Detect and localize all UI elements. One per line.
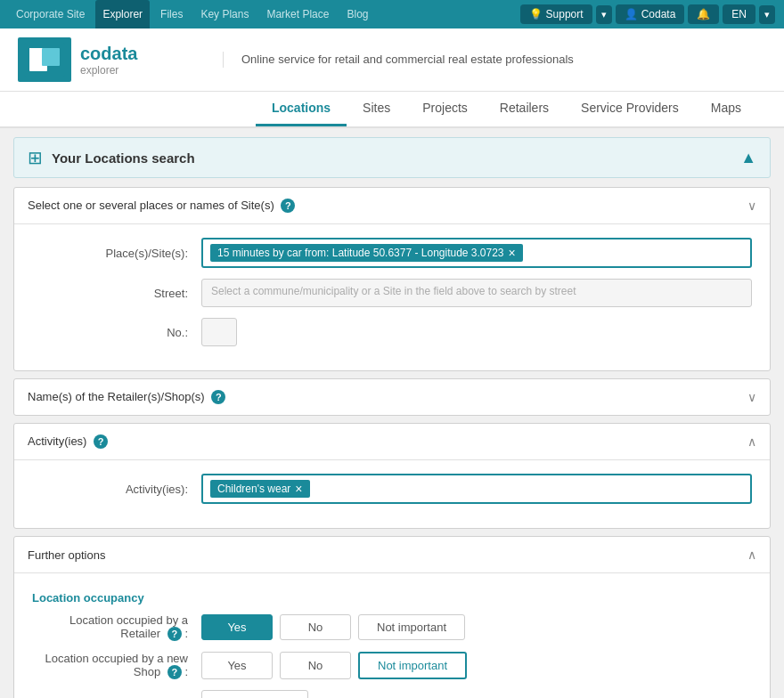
retailers-title-text: Name(s) of the Retailer(s)/Shop(s)	[28, 390, 205, 403]
activities-help-icon[interactable]: ?	[94, 434, 108, 449]
nav-locations[interactable]: Locations	[256, 92, 347, 126]
activity-tag: Children's wear ×	[210, 480, 310, 498]
street-input[interactable]: Select a commune/municipality or a Site …	[201, 279, 752, 307]
places-tag-input[interactable]: 15 minutes by car from: Latitude 50.6377…	[201, 238, 752, 268]
newshop-occupancy-row: Location occupied by a new Shop ? : Yes …	[32, 652, 752, 679]
occupancy-label: Location occupancy	[32, 587, 752, 613]
notifications-button[interactable]: 🔔	[688, 4, 719, 24]
support-icon: 💡	[529, 8, 543, 20]
top-nav-keyplans[interactable]: Key Plans	[193, 0, 256, 28]
top-nav-marketplace[interactable]: Market Place	[259, 0, 336, 28]
retailers-section-title: Name(s) of the Retailer(s)/Shop(s) ?	[28, 390, 225, 404]
places-section-header[interactable]: Select one or several places or names of…	[14, 188, 770, 224]
retailers-help-icon[interactable]: ?	[211, 390, 225, 404]
svg-rect-3	[29, 48, 42, 61]
tagline: Online service for retail and commercial…	[223, 52, 574, 68]
search-header-icon: ⊞	[28, 147, 43, 168]
nav-maps[interactable]: Maps	[695, 92, 757, 126]
number-row: No.:	[32, 318, 752, 346]
support-label: Support	[546, 8, 584, 20]
lang-button[interactable]: EN	[723, 4, 755, 24]
top-nav-files[interactable]: Files	[153, 0, 190, 28]
places-tag-value: 15 minutes by car from: Latitude 50.6377…	[217, 247, 504, 259]
lang-dropdown[interactable]: ▾	[759, 5, 775, 24]
places-tag-remove[interactable]: ×	[509, 247, 516, 259]
activities-title-text: Activity(ies)	[28, 434, 86, 448]
location-code-control	[201, 690, 752, 698]
newshop-occupancy-control: Yes No Not important	[201, 652, 752, 679]
newshop-label-text: Location occupied by a new Shop	[45, 652, 188, 678]
nav-service-providers[interactable]: Service Providers	[565, 92, 695, 126]
user-icon: 👤	[625, 8, 638, 20]
top-nav-explorer[interactable]: Explorer	[95, 0, 150, 28]
nav-projects[interactable]: Projects	[406, 92, 484, 126]
further-options-body: Location occupancy Location occupied by …	[14, 573, 770, 698]
logo-sub: explorer	[80, 64, 137, 77]
street-label: Street:	[32, 287, 201, 300]
retailer-notimportant-button[interactable]: Not important	[358, 614, 465, 640]
places-input-area: 15 minutes by car from: Latitude 50.6377…	[201, 238, 752, 268]
search-header: ⊞ Your Locations search ▲	[13, 137, 771, 178]
places-title-text: Select one or several places or names of…	[28, 199, 274, 212]
retailers-section-header[interactable]: Name(s) of the Retailer(s)/Shop(s) ? ∨	[14, 379, 770, 415]
retailers-section: Name(s) of the Retailer(s)/Shop(s) ? ∨	[13, 378, 771, 416]
newshop-occupancy-label: Location occupied by a new Shop ? :	[32, 652, 201, 679]
places-section-body: Place(s)/Site(s): 15 minutes by car from…	[14, 224, 770, 370]
top-nav-links: Corporate Site Explorer Files Key Plans …	[9, 0, 376, 28]
site-header: codata explorer Online service for retai…	[0, 28, 784, 92]
retailer-occupancy-control: Yes No Not important	[201, 614, 752, 640]
activity-input-area: Children's wear ×	[201, 474, 752, 504]
newshop-yes-button[interactable]: Yes	[201, 652, 273, 679]
nav-sites[interactable]: Sites	[347, 92, 406, 126]
logo-text: codata explorer	[80, 44, 137, 77]
activities-collapse-arrow[interactable]: ∧	[747, 434, 756, 449]
activity-tag-value: Children's wear	[217, 483, 290, 495]
activities-section-header[interactable]: Activity(ies) ? ∧	[14, 424, 770, 460]
nav-retailers[interactable]: Retailers	[484, 92, 565, 126]
further-options-arrow[interactable]: ∧	[747, 548, 756, 562]
places-collapse-arrow[interactable]: ∨	[747, 199, 756, 213]
search-header-left: ⊞ Your Locations search	[28, 147, 195, 168]
retailer-no-button[interactable]: No	[280, 614, 351, 640]
logo-svg	[22, 41, 67, 78]
activity-label: Activity(ies):	[32, 483, 201, 496]
places-section-title: Select one or several places or names of…	[28, 199, 295, 213]
further-options-header[interactable]: Further options ∧	[14, 537, 770, 573]
search-header-title: Your Locations search	[52, 150, 195, 166]
retailer-yes-button[interactable]: Yes	[201, 614, 273, 640]
further-options-section: Further options ∧ Location occupancy Loc…	[13, 536, 771, 698]
user-label: Codata	[641, 8, 676, 20]
retailers-collapse-arrow[interactable]: ∨	[747, 390, 756, 404]
top-nav-corporate[interactable]: Corporate Site	[9, 0, 92, 28]
page-content: ⊞ Your Locations search ▲ Select one or …	[0, 128, 784, 698]
top-nav-right: 💡 Support ▾ 👤 Codata 🔔 EN ▾	[520, 4, 775, 24]
newshop-help-icon[interactable]: ?	[167, 665, 182, 679]
number-input[interactable]	[201, 318, 237, 346]
top-nav-blog[interactable]: Blog	[339, 0, 375, 28]
newshop-notimportant-button[interactable]: Not important	[358, 652, 467, 679]
logo-box	[18, 37, 71, 82]
logo-area: codata explorer	[18, 37, 214, 82]
support-dropdown[interactable]: ▾	[596, 5, 612, 24]
activity-tag-input[interactable]: Children's wear ×	[201, 474, 752, 504]
search-collapse-arrow[interactable]: ▲	[740, 149, 756, 167]
location-code-row: Location code:	[32, 690, 752, 698]
main-navigation: Locations Sites Projects Retailers Servi…	[0, 92, 784, 128]
places-tag: 15 minutes by car from: Latitude 50.6377…	[210, 244, 523, 262]
number-label: No.:	[32, 326, 201, 339]
places-row: Place(s)/Site(s): 15 minutes by car from…	[32, 238, 752, 268]
retailer-occupancy-row: Location occupied by a Retailer ? : Yes …	[32, 613, 752, 641]
newshop-radio-group: Yes No Not important	[201, 652, 752, 679]
activities-section-title: Activity(ies) ?	[28, 434, 108, 449]
location-code-input[interactable]	[201, 690, 308, 698]
number-input-area	[201, 318, 752, 346]
further-options-title: Further options	[28, 548, 105, 562]
activity-tag-remove[interactable]: ×	[295, 483, 302, 495]
retailer-help-icon[interactable]: ?	[167, 627, 182, 641]
support-button[interactable]: 💡 Support	[520, 4, 592, 24]
user-button[interactable]: 👤 Codata	[616, 4, 685, 24]
newshop-no-button[interactable]: No	[280, 652, 351, 679]
activities-section: Activity(ies) ? ∧ Activity(ies): Childre…	[13, 423, 771, 529]
places-help-icon[interactable]: ?	[281, 199, 295, 213]
places-section: Select one or several places or names of…	[13, 187, 771, 371]
